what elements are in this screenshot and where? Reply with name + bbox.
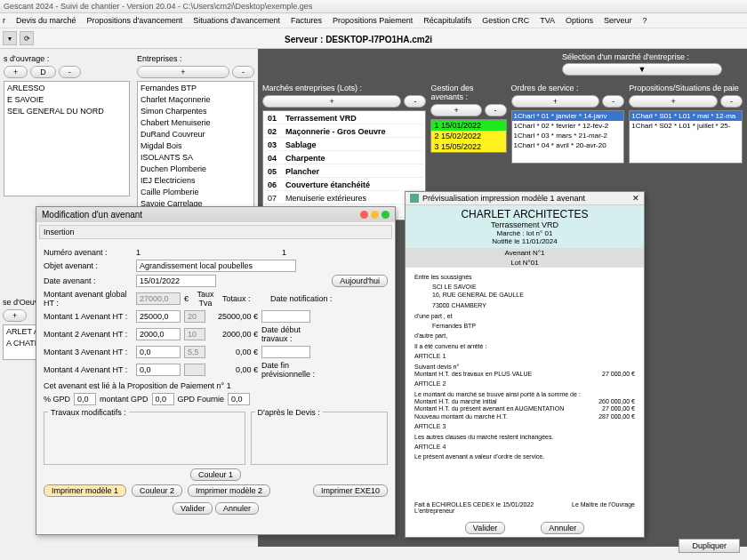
couleur1-button[interactable]: Couleur 1 (190, 468, 241, 481)
duplicate-button[interactable]: Dupliquer (679, 539, 740, 553)
d-button[interactable]: D (30, 66, 56, 78)
doc-footer-maitre: Le Maître de l'Ouvrage (572, 501, 635, 514)
remove-button[interactable]: - (232, 66, 254, 78)
valider-button[interactable]: Valider (465, 522, 505, 534)
input-date[interactable] (136, 275, 216, 287)
input-m1-tva[interactable] (184, 310, 205, 323)
input-debut[interactable] (261, 346, 310, 358)
table-row[interactable]: 06Couverture étanchéité (265, 180, 423, 191)
list-item[interactable]: 1Charl * S01 * L01 * mai * 12-ma (630, 111, 742, 121)
close-icon[interactable] (360, 211, 368, 219)
input-pgpd[interactable] (74, 393, 96, 405)
remove-button[interactable]: - (485, 104, 507, 116)
lots-table[interactable]: 01Terrassement VRD 02Maçonnerie - Gros O… (262, 110, 426, 220)
imprimer-modele2-button[interactable]: Imprimer modèle 2 (188, 484, 270, 497)
props-list[interactable]: 1Charl * S01 * L01 * mai * 12-ma 1Charl … (629, 110, 743, 164)
ordres-list[interactable]: 1Charl * 01 * janvier * 14-janv 1Charl *… (511, 110, 625, 164)
menu-item[interactable]: Récapitulatifs (421, 15, 474, 26)
table-row[interactable]: 01Terrassement VRD (265, 113, 423, 124)
entreprise-list[interactable]: Fernandes BTP Charlet Maçonnerie Simon C… (137, 81, 254, 223)
input-m2-tva[interactable] (184, 328, 205, 340)
annuler-button[interactable]: Annuler (215, 502, 259, 515)
input-global[interactable] (136, 292, 181, 305)
list-item[interactable]: 1Charl * 01 * janvier * 14-janv (512, 111, 624, 121)
valider-button[interactable]: Valider (173, 502, 213, 515)
couleur2-button[interactable]: Couleur 2 (132, 484, 182, 497)
list-item[interactable]: ARLESSO (5, 83, 128, 94)
menu-item[interactable]: r (0, 15, 8, 26)
menu-item[interactable]: Situations d'avancement (190, 15, 283, 26)
list-item[interactable]: 3 15/05/2022 (431, 141, 505, 152)
table-row[interactable]: 02Maçonnerie - Gros Oeuvre (265, 126, 423, 138)
list-item[interactable]: DuRand Couvreur (139, 129, 253, 140)
label-num: Numéro avenant : (44, 248, 133, 257)
menu-item[interactable]: Propositions d'avancement (84, 15, 186, 26)
list-item[interactable]: ISOLANTS SA (139, 152, 253, 164)
menu-item[interactable]: Options (563, 15, 596, 26)
input-fgpd[interactable] (228, 393, 250, 405)
input-m1[interactable] (136, 310, 181, 323)
list-item[interactable]: 2 15/02/2022 (431, 131, 505, 141)
add-button[interactable]: + (4, 66, 28, 78)
input-notif[interactable] (261, 310, 310, 323)
input-m2[interactable] (136, 328, 181, 340)
list-item[interactable]: Duchen Plomberie (139, 164, 253, 175)
input-mgpd[interactable] (152, 393, 174, 405)
remove-button[interactable]: - (404, 95, 426, 108)
list-item[interactable]: Migdal Bois (139, 140, 253, 152)
add-button[interactable]: + (511, 95, 600, 108)
remove-button[interactable]: - (602, 95, 624, 108)
ouvrage-list[interactable]: ARLESSO E SAVOIE SEIL GENERAL DU NORD (4, 81, 130, 196)
list-item[interactable]: SEIL GENERAL DU NORD (5, 106, 128, 117)
value-m4-tot: 0,00 € (209, 365, 258, 374)
imprimer-modele1-button[interactable]: Imprimer modèle 1 (44, 484, 126, 497)
list-item[interactable]: Chabert Menuiserie (139, 117, 253, 129)
input-m3[interactable] (136, 346, 181, 358)
add-button[interactable]: + (629, 95, 718, 108)
input-m4[interactable] (136, 364, 181, 376)
close-icon[interactable]: ✕ (632, 194, 639, 203)
list-item[interactable]: 1Charl * 02 * février * 12-fév-2 (512, 121, 624, 131)
table-row[interactable]: 03Sablage (265, 140, 423, 151)
add-button[interactable]: + (3, 309, 27, 322)
add-button[interactable]: + (430, 104, 481, 116)
input-objet[interactable] (136, 260, 296, 272)
input-m3-tva[interactable] (184, 346, 205, 358)
list-item[interactable]: Charlet Maçonnerie (139, 94, 253, 106)
maximize-icon[interactable] (382, 211, 390, 219)
table-row[interactable]: 05Plancher (265, 166, 423, 178)
input-m4-tva[interactable] (184, 364, 205, 376)
annuler-button[interactable]: Annuler (541, 522, 584, 534)
add-button[interactable]: + (137, 66, 229, 78)
tool-icon[interactable]: ▾ (3, 31, 17, 45)
imprimer-exe10-button[interactable]: Imprimer EXE10 (313, 484, 388, 497)
menu-item[interactable]: Devis du marché (13, 15, 79, 26)
list-item[interactable]: Fernandes BTP (139, 83, 253, 94)
tool-icon[interactable]: ⟳ (20, 31, 34, 45)
label-prop-link: Cet avenant est lié à la Proposition de … (44, 381, 388, 390)
menu-item[interactable]: Gestion CRC (479, 15, 532, 26)
label-debut: Date début travaux : (261, 325, 324, 343)
dropdown-marche[interactable]: ▼ (562, 63, 722, 76)
list-item[interactable]: 1Charl * S02 * L01 * juillet * 25- (630, 121, 742, 131)
table-row[interactable]: 04Charpente (265, 153, 423, 164)
menu-item[interactable]: ? (640, 15, 650, 26)
minimize-icon[interactable] (371, 211, 379, 219)
menu-item[interactable]: TVA (537, 15, 558, 26)
add-button[interactable]: + (262, 95, 401, 108)
list-item[interactable]: 1Charl * 04 * avril * 20-avr-20 (512, 140, 624, 150)
menu-item[interactable]: Serveur (601, 15, 635, 26)
table-row[interactable]: 07Menuiserie extérieures (265, 193, 423, 204)
today-button[interactable]: Aujourd'hui (332, 275, 388, 287)
list-item[interactable]: Simon Charpentes (139, 106, 253, 117)
remove-button[interactable]: - (720, 95, 743, 108)
avenants-list[interactable]: 1 15/01/2022 2 15/02/2022 3 15/05/2022 (430, 119, 506, 153)
list-item[interactable]: Caille Plomberie (139, 187, 253, 198)
list-item[interactable]: IEJ Electriciens (139, 175, 253, 187)
list-item[interactable]: 1 15/01/2022 (431, 120, 505, 131)
remove-button[interactable]: - (59, 66, 81, 78)
menu-item[interactable]: Propositions Paiement (330, 15, 415, 26)
list-item[interactable]: E SAVOIE (5, 94, 128, 106)
list-item[interactable]: 1Charl * 03 * mars * 21-mar-2 (512, 131, 624, 140)
menu-item[interactable]: Factures (288, 15, 325, 26)
